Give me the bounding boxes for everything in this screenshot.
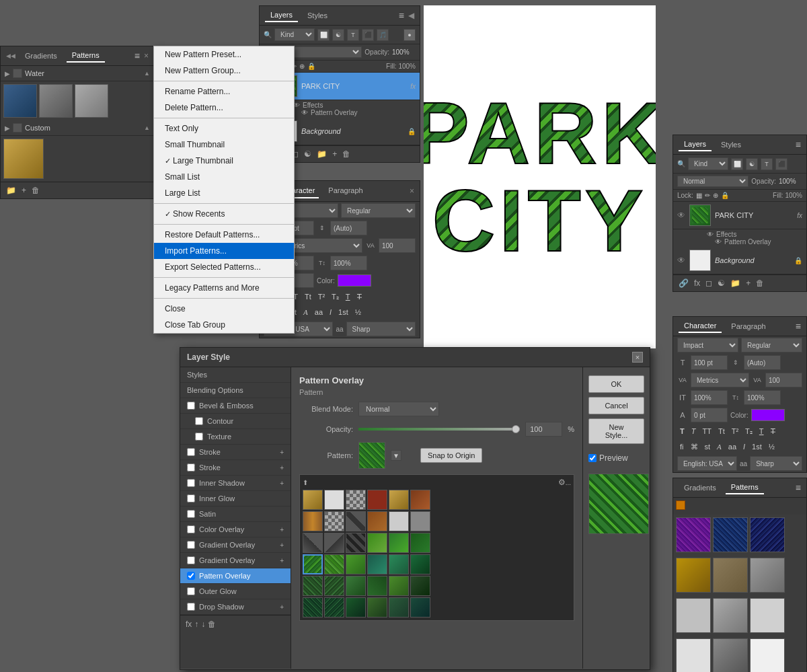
right-lang-select[interactable]: English: USA (677, 456, 737, 471)
inner-shadow-add-icon[interactable]: + (280, 480, 284, 487)
pattern-cell-5[interactable] (410, 490, 430, 510)
pattern-cell-12[interactable] (303, 533, 323, 553)
right-swatch-white2[interactable] (750, 638, 785, 672)
sidebar-styles[interactable]: Styles (180, 367, 291, 383)
pattern-cell-16[interactable] (389, 533, 409, 553)
right-patterns-tab[interactable]: Patterns (726, 481, 764, 494)
right-bg-row[interactable]: 👁 Background 🔒 (673, 247, 806, 274)
pattern-cell-22[interactable] (389, 554, 409, 574)
gradient1-add-icon[interactable]: + (280, 542, 284, 549)
right-park-city-row[interactable]: 👁 PARK CITY fx (673, 202, 806, 229)
right-swatch-light1[interactable] (676, 598, 711, 633)
right-search-icon[interactable]: 🔍 (677, 160, 685, 167)
right-styles-tab[interactable]: Styles (716, 139, 746, 151)
sidebar-down-icon[interactable]: ↓ (200, 618, 206, 630)
pattern-cell-27[interactable] (367, 576, 387, 596)
right-effects-eye[interactable]: 👁 (707, 231, 714, 238)
pattern-cell-34[interactable] (389, 597, 409, 618)
right-frac-btn[interactable]: ⌘ (688, 441, 701, 453)
menu-large-thumbnail[interactable]: Large Thumbnail (154, 153, 294, 169)
kind-select[interactable]: Kind (274, 28, 315, 41)
right-link-icon[interactable]: 🔗 (677, 277, 690, 289)
opacity-input[interactable] (525, 422, 562, 437)
sidebar-satin[interactable]: Satin (180, 507, 291, 522)
new-layer-icon[interactable]: + (331, 148, 338, 160)
right-st-btn[interactable]: st (702, 441, 714, 453)
pattern-cell-23[interactable] (410, 554, 430, 574)
panel-close-icon[interactable]: × (144, 51, 149, 61)
delete-layer-icon[interactable]: 🗑 (341, 148, 352, 160)
sidebar-bevel-emboss[interactable]: Bevel & Emboss (180, 398, 291, 414)
inner-glow-check[interactable] (187, 494, 195, 502)
right-swatch-white1[interactable] (676, 638, 711, 672)
drop-shadow-add-icon[interactable]: + (280, 603, 284, 611)
right-size-input[interactable] (691, 355, 728, 370)
lock-artboard-icon[interactable]: ⊕ (299, 63, 305, 70)
ordinal-btn[interactable]: I (327, 307, 334, 318)
sidebar-blending-options[interactable]: Blending Options (180, 383, 291, 398)
ok-button[interactable]: OK (588, 375, 644, 393)
pattern-cell-15[interactable] (367, 533, 387, 553)
right-mask-icon[interactable]: ◻ (704, 277, 714, 289)
lock-all-icon[interactable]: 🔒 (307, 63, 315, 70)
sidebar-drop-shadow[interactable]: Drop Shadow + (180, 599, 291, 615)
super-btn[interactable]: T² (315, 291, 328, 303)
dialog-close-button[interactable]: × (632, 352, 643, 363)
stylalt-btn[interactable]: A (301, 307, 311, 318)
right-group-icon[interactable]: 📁 (729, 277, 742, 289)
sidebar-stroke-1[interactable]: Stroke + (180, 445, 291, 460)
type-filter-icon[interactable]: T (347, 29, 359, 41)
right-new-layer-icon[interactable]: + (744, 277, 752, 289)
right-fx-icon[interactable]: fx (693, 277, 701, 289)
pattern-cell-2[interactable] (346, 490, 366, 510)
water-section-header[interactable]: ▶ Water ▲ (1, 66, 154, 81)
pattern-cell-8[interactable] (346, 511, 366, 531)
color-overlay-add-icon[interactable]: + (280, 526, 284, 533)
right-swatch-tan[interactable] (713, 558, 748, 593)
pattern-cell-0[interactable] (303, 490, 323, 510)
titling-btn[interactable]: aa (312, 307, 325, 318)
menu-new-pattern-preset[interactable]: New Pattern Preset... (154, 46, 294, 63)
right-color-swatch[interactable] (751, 409, 785, 421)
styles-tab[interactable]: Styles (302, 9, 333, 22)
pattern-cell-35[interactable] (410, 597, 430, 618)
right-patterns-menu[interactable]: ≡ (796, 482, 801, 493)
opacity-slider[interactable] (358, 428, 520, 431)
sidebar-up-icon[interactable]: ↑ (193, 618, 200, 630)
gradient2-add-icon[interactable]: + (280, 557, 284, 564)
pattern-cell-28[interactable] (389, 576, 409, 596)
snap-to-origin-btn[interactable]: Snap to Origin (420, 448, 482, 463)
outer-glow-check[interactable] (187, 587, 195, 595)
sidebar-pattern-overlay[interactable]: Pattern Overlay (180, 568, 291, 584)
custom-swatch-1[interactable] (3, 139, 44, 179)
menu-text-only[interactable]: Text Only (154, 120, 294, 137)
pattern-cell-24[interactable] (303, 576, 323, 596)
overlay-blend-select[interactable]: Normal (358, 402, 439, 416)
menu-import-patterns[interactable]: Import Patterns... (154, 243, 294, 259)
new-style-button[interactable]: New Style... (588, 418, 644, 444)
pattern-cell-31[interactable] (324, 597, 344, 618)
pattern-cell-7[interactable] (324, 511, 344, 531)
right-lock-all[interactable]: 🔒 (721, 192, 729, 199)
pixel-filter-icon[interactable]: ⬜ (317, 29, 330, 41)
right-char-tab[interactable]: Character (679, 320, 722, 333)
pattern-cell-21[interactable] (367, 554, 387, 574)
delete-preset-icon[interactable]: 🗑 (30, 184, 41, 196)
right-type-icon[interactable]: T (761, 158, 773, 170)
pattern-arrow[interactable]: ▼ (391, 450, 401, 461)
sidebar-outer-glow[interactable]: Outer Glow (180, 584, 291, 599)
pattern-cell-18[interactable] (303, 554, 323, 574)
leading-input[interactable] (330, 221, 367, 235)
right-lock-t[interactable]: ▦ (696, 192, 702, 199)
menu-restore-defaults[interactable]: Restore Default Patterns... (154, 227, 294, 243)
tab-patterns[interactable]: Patterns (67, 49, 105, 63)
sidebar-gradient-overlay-1[interactable]: Gradient Overlay + (180, 537, 291, 553)
sub-btn[interactable]: T₂ (329, 291, 342, 303)
pattern-cell-6[interactable] (303, 511, 323, 531)
menu-close[interactable]: Close (154, 301, 294, 317)
right-pixel-icon[interactable]: ⬜ (731, 158, 743, 170)
right-aa-btn[interactable]: aa (726, 441, 739, 453)
group-bottom-icon[interactable]: 📁 (315, 148, 328, 160)
pattern-cell-13[interactable] (324, 533, 344, 553)
right-allcaps-btn[interactable]: TT (699, 426, 714, 437)
